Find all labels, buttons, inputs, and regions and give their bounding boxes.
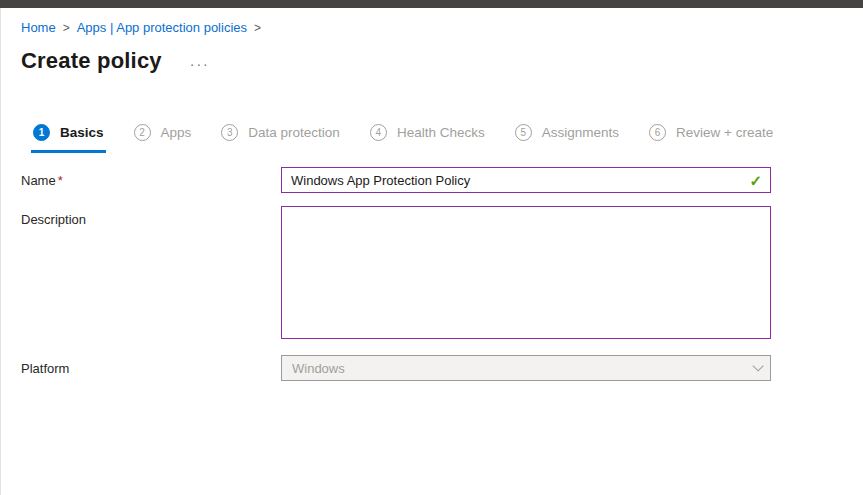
description-row: Description	[21, 206, 863, 339]
create-policy-page: Home > Apps | App protection policies > …	[0, 8, 863, 495]
name-label: Name*	[21, 167, 281, 188]
page-title: Create policy	[21, 48, 162, 74]
step-label: Basics	[60, 125, 104, 140]
chevron-down-icon	[752, 360, 763, 371]
step-number-badge: 2	[134, 124, 151, 141]
step-label: Apps	[161, 125, 192, 140]
platform-row: Platform Windows	[21, 355, 863, 381]
description-field-wrap	[281, 206, 771, 339]
basics-form: Name* ✓ Description Platform Windows	[21, 167, 863, 381]
platform-selected-value: Windows	[292, 361, 345, 376]
breadcrumb-link-home[interactable]: Home	[21, 20, 56, 35]
platform-label: Platform	[21, 355, 281, 376]
step-label: Health Checks	[397, 125, 485, 140]
required-marker: *	[58, 173, 63, 188]
breadcrumb-separator-icon: >	[63, 21, 70, 35]
name-label-text: Name	[21, 173, 56, 188]
platform-field-wrap: Windows	[281, 355, 771, 381]
wizard-steps: 1 Basics 2 Apps 3 Data protection 4 Heal…	[31, 124, 863, 153]
step-number-badge: 6	[649, 124, 666, 141]
name-input[interactable]	[281, 167, 771, 193]
platform-dropdown: Windows	[281, 355, 771, 381]
title-row: Create policy ···	[21, 48, 863, 74]
window-top-bar	[0, 0, 863, 8]
wizard-step-basics[interactable]: 1 Basics	[31, 124, 106, 153]
step-number-badge: 3	[221, 124, 238, 141]
description-label: Description	[21, 206, 281, 227]
breadcrumb-link-app-protection-policies[interactable]: Apps | App protection policies	[77, 20, 247, 35]
step-label: Data protection	[248, 125, 340, 140]
wizard-step-review-create[interactable]: 6 Review + create	[647, 124, 775, 153]
breadcrumb: Home > Apps | App protection policies >	[21, 20, 863, 35]
more-options-icon[interactable]: ···	[190, 57, 210, 71]
step-number-badge: 4	[370, 124, 387, 141]
wizard-step-data-protection[interactable]: 3 Data protection	[219, 124, 342, 153]
wizard-step-assignments[interactable]: 5 Assignments	[513, 124, 621, 153]
wizard-step-health-checks[interactable]: 4 Health Checks	[368, 124, 487, 153]
breadcrumb-separator-icon: >	[254, 21, 261, 35]
step-number-badge: 5	[515, 124, 532, 141]
step-label: Assignments	[542, 125, 619, 140]
description-textarea[interactable]	[281, 206, 771, 339]
name-field-wrap: ✓	[281, 167, 771, 193]
step-label: Review + create	[676, 125, 773, 140]
step-number-badge: 1	[33, 124, 50, 141]
name-row: Name* ✓	[21, 167, 863, 193]
wizard-step-apps[interactable]: 2 Apps	[132, 124, 194, 153]
